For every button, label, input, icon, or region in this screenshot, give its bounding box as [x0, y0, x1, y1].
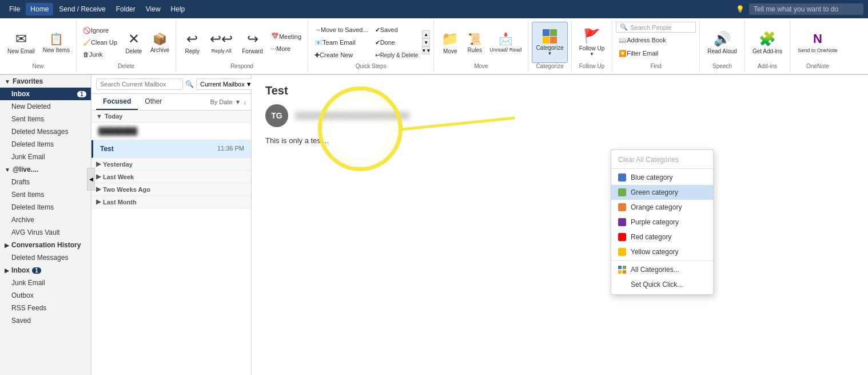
- menu-home[interactable]: Home: [26, 3, 53, 15]
- more-respond-button[interactable]: ··· More: [268, 43, 304, 54]
- menu-search-input[interactable]: [749, 3, 863, 15]
- category-orange[interactable]: Orange category: [611, 200, 713, 215]
- find-group-label: Find: [650, 63, 661, 70]
- address-book-button[interactable]: 📖 Address Book: [616, 34, 668, 46]
- reply-delete-button[interactable]: ↩ Reply & Delete: [372, 49, 421, 61]
- last-week-arrow: ▶: [96, 173, 101, 180]
- menu-help[interactable]: Help: [166, 3, 190, 15]
- team-email-button[interactable]: 📧 Team Email: [312, 37, 371, 48]
- rules-button[interactable]: 📜 Rules: [464, 22, 485, 63]
- email-item-test[interactable]: Test 11:36 PM: [91, 140, 251, 158]
- scroll-up-arrow[interactable]: ▲: [422, 30, 430, 38]
- create-new-button[interactable]: ✚ Create New: [312, 49, 371, 61]
- ribbon-group-speech: 🔊 Read Aloud Speech: [700, 21, 745, 72]
- reply-button[interactable]: ↩ Reply: [180, 22, 205, 63]
- ribbon-group-follow-up: 🚩 Follow Up ▼ Follow Up: [572, 21, 612, 72]
- last-week-group[interactable]: ▶ Last Week: [91, 171, 251, 183]
- sidebar-item-rss-feeds[interactable]: RSS Feeds: [0, 302, 91, 314]
- delete-button[interactable]: ✕ Delete: [121, 22, 146, 63]
- onenote-icon: N: [813, 31, 822, 46]
- archive-button[interactable]: 📦 Archive: [148, 22, 172, 63]
- speech-buttons: 🔊 Read Aloud: [703, 22, 741, 63]
- category-blue[interactable]: Blue category: [611, 170, 713, 185]
- onenote-group-label: OneNote: [806, 63, 829, 70]
- today-arrow: ▼: [96, 113, 102, 120]
- sidebar-item-archive[interactable]: Archive: [0, 214, 91, 226]
- category-green[interactable]: Green category: [611, 185, 713, 200]
- two-weeks-ago-group[interactable]: ▶ Two Weeks Ago: [91, 183, 251, 196]
- menu-file[interactable]: File: [5, 3, 25, 15]
- menu-send-receive[interactable]: Send / Receive: [54, 3, 110, 15]
- unread-read-button[interactable]: 📩 Unread/ Read: [487, 22, 524, 63]
- set-quick-click-item[interactable]: Set Quick Click...: [611, 277, 713, 292]
- read-aloud-button[interactable]: 🔊 Read Aloud: [703, 22, 741, 63]
- new-items-button[interactable]: 📋 New Items: [40, 22, 73, 63]
- email-item-row: Test 11:36 PM: [100, 145, 244, 153]
- search-people-input[interactable]: 🔍 Search People: [616, 22, 696, 33]
- account-header[interactable]: ▼ @live....: [0, 163, 91, 176]
- sidebar-item-drafts[interactable]: Drafts: [0, 176, 91, 188]
- email-item-blurred[interactable]: ████████: [91, 123, 251, 140]
- sidebar-item-new-deleted[interactable]: New Deleted: [0, 100, 91, 113]
- send-to-onenote-button[interactable]: N Send to OneNote: [794, 22, 842, 63]
- folder-sort[interactable]: By Date ▼ ↓: [210, 98, 246, 105]
- move-to-saved-button[interactable]: → Move to Saved...: [312, 24, 371, 35]
- conv-arrow: ▶: [5, 242, 9, 248]
- tab-focused[interactable]: Focused: [96, 94, 138, 110]
- today-group[interactable]: ▼ Today: [91, 110, 251, 123]
- sidebar-item-sent-items2[interactable]: Sent Items: [0, 188, 91, 201]
- all-categories-item[interactable]: All Categories...: [611, 262, 713, 277]
- sidebar-item-deleted-messages[interactable]: Deleted Messages: [0, 125, 91, 138]
- sidebar-item-deleted-messages2[interactable]: Deleted Messages: [0, 251, 91, 264]
- get-add-ins-button[interactable]: 🧩 Get Add-ins: [748, 22, 786, 63]
- categorize-button[interactable]: Categorize ▼: [532, 22, 567, 63]
- last-month-group[interactable]: ▶ Last Month: [91, 196, 251, 208]
- sidebar-item-junk-email2[interactable]: Junk Email: [0, 277, 91, 289]
- favorites-header[interactable]: ▼ Favorites: [0, 75, 91, 88]
- follow-up-button[interactable]: 🚩 Follow Up ▼: [575, 22, 608, 63]
- reply-all-button[interactable]: ↩↩ Reply All: [206, 22, 237, 63]
- junk-button[interactable]: 🗑 Junk: [80, 49, 120, 60]
- move-icon: →: [314, 26, 321, 33]
- move-button[interactable]: 📁 Move: [437, 22, 463, 63]
- ignore-icon: 🚫: [83, 27, 91, 34]
- sidebar-item-outbox[interactable]: Outbox: [0, 289, 91, 302]
- sidebar-item-saved[interactable]: Saved: [0, 314, 91, 327]
- filter-email-button[interactable]: 🔽 Filter Email: [616, 48, 661, 59]
- menu-view[interactable]: View: [141, 3, 165, 15]
- address-book-icon: 📖: [619, 37, 627, 44]
- cleanup-button[interactable]: 🧹 Clean Up: [80, 37, 120, 48]
- sort-direction-icon: ↓: [244, 98, 247, 105]
- category-yellow[interactable]: Yellow category: [611, 244, 713, 259]
- conversation-history-header[interactable]: ▶ Conversation History: [0, 239, 91, 251]
- sidebar-item-inbox[interactable]: Inbox 1: [0, 88, 91, 100]
- email-reading-title: Test: [265, 84, 854, 97]
- yesterday-group[interactable]: ▶ Yesterday: [91, 158, 251, 171]
- move-group-label: Move: [474, 63, 488, 70]
- folder-search-input[interactable]: [96, 78, 183, 90]
- forward-button[interactable]: ↪ Forward: [238, 22, 267, 63]
- scroll-down-arrow[interactable]: ▼: [422, 38, 430, 46]
- done-button[interactable]: ✔ Done: [372, 37, 421, 48]
- inbox2-header[interactable]: ▶ Inbox 1: [0, 264, 91, 277]
- sidebar-item-deleted-items[interactable]: Deleted Items: [0, 138, 91, 151]
- menu-folder[interactable]: Folder: [112, 3, 140, 15]
- ribbon-group-new: ✉ New Email 📋 New Items New: [0, 21, 77, 72]
- scroll-expand-arrow[interactable]: ▼▼: [422, 46, 430, 54]
- sidebar-item-junk-email[interactable]: Junk Email: [0, 151, 91, 163]
- sidebar-collapse-button[interactable]: ◀: [87, 168, 95, 191]
- meeting-button[interactable]: 📅 Meeting: [268, 31, 304, 42]
- sidebar-item-sent-items[interactable]: Sent Items: [0, 113, 91, 125]
- category-red[interactable]: Red category: [611, 230, 713, 244]
- app-window: File Home Send / Receive Folder View Hel…: [0, 0, 868, 375]
- saved-button[interactable]: ✔ Saved: [372, 24, 421, 35]
- delete-buttons: 🚫 Ignore 🧹 Clean Up 🗑 Junk ✕: [80, 22, 172, 63]
- ignore-button[interactable]: 🚫 Ignore: [80, 25, 120, 36]
- new-email-button[interactable]: ✉ New Email: [3, 22, 39, 63]
- mailbox-selector[interactable]: Current Mailbox ▼: [196, 78, 256, 90]
- tab-other[interactable]: Other: [138, 94, 169, 110]
- category-purple[interactable]: Purple category: [611, 215, 713, 230]
- sidebar-item-deleted-items2[interactable]: Deleted Items: [0, 201, 91, 214]
- sidebar-item-avg-vault[interactable]: AVG Virus Vault: [0, 226, 91, 239]
- green-dot: [618, 188, 626, 196]
